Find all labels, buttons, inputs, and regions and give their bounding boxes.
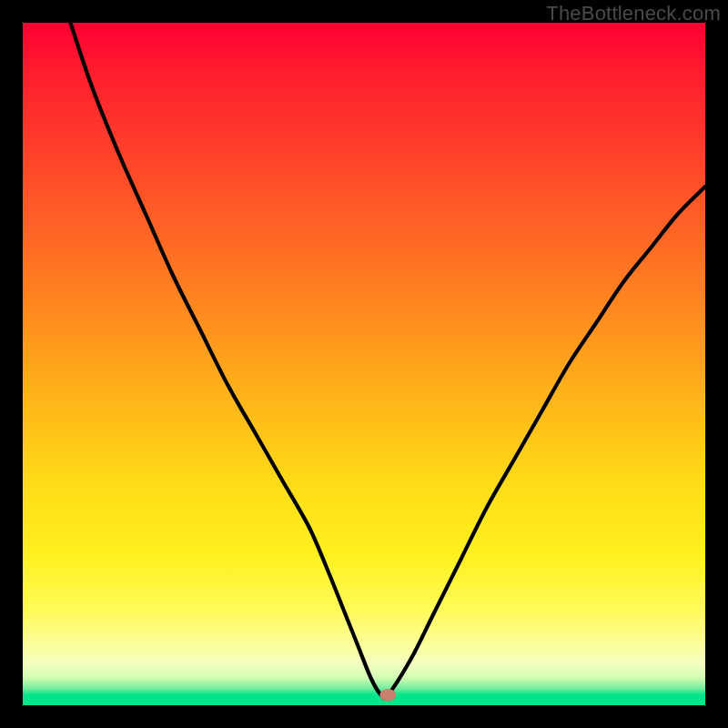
plot-area (23, 23, 705, 705)
optimal-marker (379, 689, 396, 702)
bottleneck-curve (23, 23, 705, 705)
chart-frame: TheBottleneck.com (0, 0, 728, 728)
curve-line (71, 23, 706, 698)
watermark-text: TheBottleneck.com (546, 2, 721, 25)
